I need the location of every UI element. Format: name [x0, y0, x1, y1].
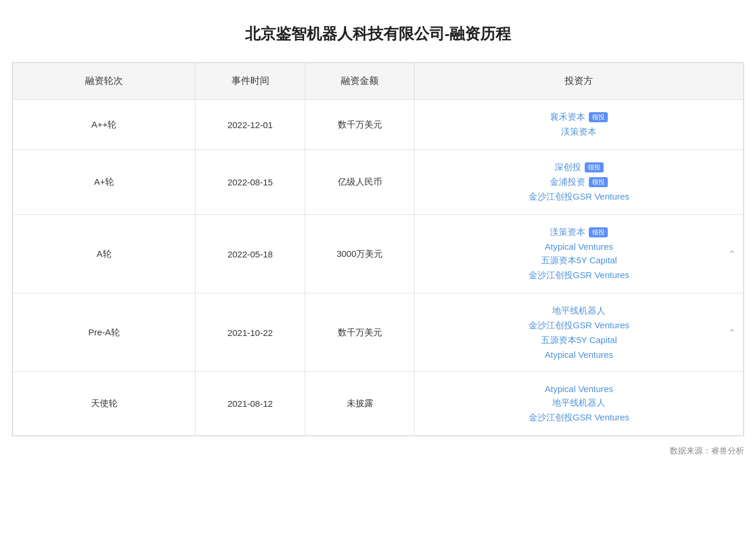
investor-name[interactable]: 金浦投资 [550, 177, 585, 188]
investor-item: Atypical Ventures [545, 350, 613, 360]
investor-name[interactable]: 金沙江创投GSR Ventures [529, 191, 630, 203]
header-date: 事件时间 [195, 63, 305, 100]
cell-round: A++轮 [13, 100, 195, 150]
investor-item: 金沙江创投GSR Ventures [529, 320, 630, 331]
cell-investors: Atypical Ventures地平线机器人金沙江创投GSR Ventures [415, 372, 744, 436]
cell-date: 2021-08-12 [195, 372, 305, 436]
investor-name[interactable]: 五源资本5Y Capital [541, 335, 617, 346]
table-body: A++轮2022-12-01数千万美元襄禾资本领投渼策资本A+轮2022-08-… [13, 100, 744, 436]
investor-name[interactable]: Atypical Ventures [545, 350, 613, 360]
scroll-up-icon[interactable]: ⌃ [728, 327, 736, 338]
investor-list: 地平线机器人金沙江创投GSR Ventures五源资本5Y CapitalAty… [421, 305, 737, 360]
header-round: 融资轮次 [13, 63, 195, 100]
investor-list: 渼策资本领投Atypical Ventures五源资本5Y Capital金沙江… [421, 227, 737, 281]
investor-name[interactable]: 襄禾资本 [550, 112, 585, 123]
lead-badge: 领投 [585, 162, 604, 172]
cell-date: 2022-08-15 [195, 150, 305, 215]
table-row: A++轮2022-12-01数千万美元襄禾资本领投渼策资本 [13, 100, 744, 150]
cell-date: 2022-12-01 [195, 100, 305, 150]
investor-item: 金沙江创投GSR Ventures [529, 270, 630, 281]
investor-item: 金沙江创投GSR Ventures [529, 412, 630, 423]
cell-amount: 3000万美元 [305, 215, 415, 293]
investor-item: 地平线机器人 [552, 397, 605, 409]
investor-name[interactable]: 金沙江创投GSR Ventures [529, 270, 630, 281]
header-amount: 融资金额 [305, 63, 415, 100]
lead-badge: 领投 [589, 227, 608, 237]
funding-table: 融资轮次 事件时间 融资金额 投资方 A++轮2022-12-01数千万美元襄禾… [12, 63, 744, 436]
investor-item: 五源资本5Y Capital [541, 335, 617, 346]
scroll-up-icon[interactable]: ⌃ [728, 249, 736, 260]
cell-round: Pre-A轮 [13, 293, 195, 372]
data-source-footer: 数据来源：睿兽分析 [12, 446, 744, 456]
cell-investors: 渼策资本领投Atypical Ventures五源资本5Y Capital金沙江… [415, 215, 744, 293]
investor-name[interactable]: Atypical Ventures [545, 242, 613, 252]
header-investors: 投资方 [415, 63, 744, 100]
cell-date: 2021-10-22 [195, 293, 305, 372]
investor-item: 金浦投资领投 [550, 177, 608, 188]
cell-amount: 数千万美元 [305, 293, 415, 372]
cell-investors: 襄禾资本领投渼策资本 [415, 100, 744, 150]
cell-amount: 数千万美元 [305, 100, 415, 150]
investor-list: 襄禾资本领投渼策资本 [421, 112, 737, 138]
table-row: Pre-A轮2021-10-22数千万美元地平线机器人金沙江创投GSR Vent… [13, 293, 744, 372]
table-row: A+轮2022-08-15亿级人民币深创投领投金浦投资领投金沙江创投GSR Ve… [13, 150, 744, 215]
investor-list: Atypical Ventures地平线机器人金沙江创投GSR Ventures [421, 384, 737, 423]
investor-item: Atypical Ventures [545, 242, 613, 252]
cell-amount: 未披露 [305, 372, 415, 436]
investor-item: 五源资本5Y Capital [541, 255, 617, 266]
cell-date: 2022-05-18 [195, 215, 305, 293]
investor-name[interactable]: 地平线机器人 [552, 397, 605, 409]
investor-list: 深创投领投金浦投资领投金沙江创投GSR Ventures [421, 162, 737, 203]
page-title: 北京鉴智机器人科技有限公司-融资历程 [245, 24, 511, 44]
investor-item: 地平线机器人 [552, 305, 605, 316]
investor-item: Atypical Ventures [545, 384, 613, 394]
investor-name[interactable]: 深创投 [555, 162, 581, 173]
lead-badge: 领投 [589, 112, 608, 122]
cell-investors: 深创投领投金浦投资领投金沙江创投GSR Ventures [415, 150, 744, 215]
cell-round: A+轮 [13, 150, 195, 215]
investor-name[interactable]: Atypical Ventures [545, 384, 613, 394]
investor-item: 襄禾资本领投 [550, 112, 608, 123]
investor-item: 渼策资本领投 [550, 227, 608, 238]
cell-round: A轮 [13, 215, 195, 293]
investor-name[interactable]: 金沙江创投GSR Ventures [529, 320, 630, 331]
lead-badge: 领投 [589, 177, 608, 187]
investor-item: 深创投领投 [555, 162, 604, 173]
table-row: A轮2022-05-183000万美元渼策资本领投Atypical Ventur… [13, 215, 744, 293]
funding-table-container: 融资轮次 事件时间 融资金额 投资方 A++轮2022-12-01数千万美元襄禾… [12, 62, 744, 436]
cell-investors: 地平线机器人金沙江创投GSR Ventures五源资本5Y CapitalAty… [415, 293, 744, 372]
investor-name[interactable]: 金沙江创投GSR Ventures [529, 412, 630, 423]
investor-item: 金沙江创投GSR Ventures [529, 191, 630, 203]
table-row: 天使轮2021-08-12未披露Atypical Ventures地平线机器人金… [13, 372, 744, 436]
investor-item: 渼策资本 [561, 126, 597, 138]
investor-name[interactable]: 五源资本5Y Capital [541, 255, 617, 266]
cell-amount: 亿级人民币 [305, 150, 415, 215]
investor-name[interactable]: 渼策资本 [561, 126, 597, 138]
table-header: 融资轮次 事件时间 融资金额 投资方 [13, 63, 744, 100]
investor-name[interactable]: 渼策资本 [550, 227, 585, 238]
cell-round: 天使轮 [13, 372, 195, 436]
investor-name[interactable]: 地平线机器人 [552, 305, 605, 316]
